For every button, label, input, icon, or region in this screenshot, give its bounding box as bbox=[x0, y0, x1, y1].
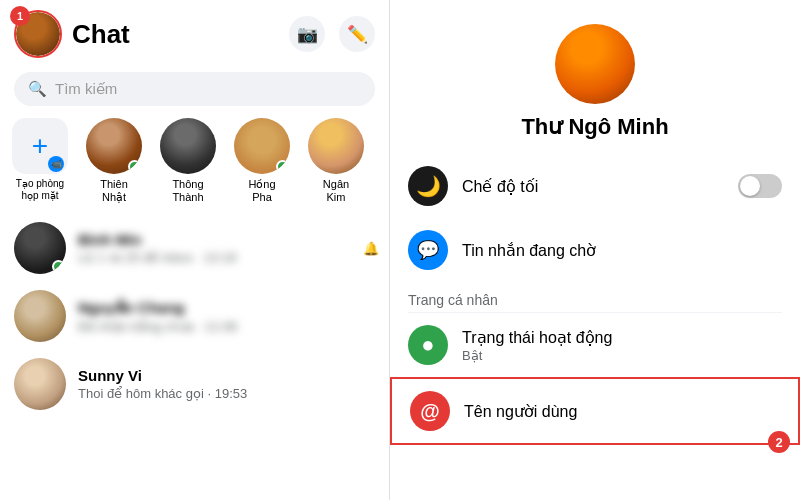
chat-info-3: Sunny Vi Thoi để hôm khác gọi · 19:53 bbox=[78, 367, 375, 401]
chat-list: Bình Min Lả 1 và 25 đề inbox · 13:18 🔔 N… bbox=[0, 214, 389, 500]
stories-row: + 📹 Tạo phònghọp mặt ThiênNhật ThôngThàn… bbox=[0, 114, 389, 214]
search-icon: 🔍 bbox=[28, 80, 47, 98]
story-thien-avatar bbox=[86, 118, 142, 174]
badge-2: 2 bbox=[768, 431, 790, 453]
chat-name-2: Nguyễn Chang bbox=[78, 299, 375, 317]
chat-preview-2: Đã nhận bằng chưa · 11:08 bbox=[78, 319, 375, 334]
chat-name-1: Bình Min bbox=[78, 231, 375, 248]
story-ngan-avatar bbox=[308, 118, 364, 174]
section-profile-label: Trang cá nhân bbox=[390, 282, 800, 312]
camera-button[interactable]: 📷 bbox=[289, 16, 325, 52]
create-avatar: + 📹 bbox=[12, 118, 68, 174]
dark-mode-toggle[interactable] bbox=[738, 174, 782, 198]
profile-name: Thư Ngô Minh bbox=[521, 114, 668, 140]
dark-mode-label: Chế độ tối bbox=[462, 177, 738, 196]
story-thong-avatar bbox=[160, 118, 216, 174]
chat-preview-1: Lả 1 và 25 đề inbox · 13:18 bbox=[78, 250, 375, 265]
pending-label: Tin nhắn đang chờ bbox=[462, 241, 782, 260]
chat-item-1[interactable]: Bình Min Lả 1 và 25 đề inbox · 13:18 🔔 bbox=[0, 214, 389, 282]
menu-dark-mode[interactable]: 🌙 Chế độ tối bbox=[390, 154, 800, 218]
chat-avatar-3 bbox=[14, 358, 66, 410]
chat-info-2: Nguyễn Chang Đã nhận bằng chưa · 11:08 bbox=[78, 299, 375, 334]
search-placeholder: Tìm kiếm bbox=[55, 80, 117, 98]
profile-avatar-img bbox=[555, 24, 635, 104]
chat-item-3[interactable]: Sunny Vi Thoi để hôm khác gọi · 19:53 bbox=[0, 350, 389, 418]
story-thien-name: ThiênNhật bbox=[100, 178, 128, 204]
avatar-badge: 1 bbox=[10, 6, 30, 26]
story-thien[interactable]: ThiênNhật bbox=[84, 118, 144, 204]
menu-pending-text: Tin nhắn đang chờ bbox=[462, 241, 782, 260]
header-actions: 📷 ✏️ bbox=[289, 16, 375, 52]
chat-preview-3: Thoi để hôm khác gọi · 19:53 bbox=[78, 386, 375, 401]
left-panel: 1 Chat 📷 ✏️ 🔍 Tìm kiếm + 📹 Tạo phònghọp … bbox=[0, 0, 390, 500]
story-ngan[interactable]: NgânKim bbox=[306, 118, 366, 204]
menu-status[interactable]: ● Trạng thái hoạt động Bật bbox=[390, 313, 800, 377]
username-label: Tên người dùng bbox=[464, 402, 780, 421]
status-label: Trạng thái hoạt động bbox=[462, 328, 782, 347]
header: 1 Chat 📷 ✏️ bbox=[0, 0, 389, 68]
chat-avatar-2 bbox=[14, 290, 66, 342]
menu-username-text: Tên người dùng bbox=[464, 402, 780, 421]
menu-dark-mode-text: Chế độ tối bbox=[462, 177, 738, 196]
story-thong[interactable]: ThôngThành bbox=[158, 118, 218, 204]
chat-item-2[interactable]: Nguyễn Chang Đã nhận bằng chưa · 11:08 bbox=[0, 282, 389, 350]
page-title: Chat bbox=[72, 19, 289, 50]
username-icon: @ bbox=[410, 391, 450, 431]
menu-list: 🌙 Chế độ tối 💬 Tin nhắn đang chờ Trang c… bbox=[390, 154, 800, 445]
story-hong-name: HồngPha bbox=[248, 178, 275, 204]
edit-button[interactable]: ✏️ bbox=[339, 16, 375, 52]
menu-username[interactable]: @ Tên người dùng 2 bbox=[390, 377, 800, 445]
menu-status-text: Trạng thái hoạt động Bật bbox=[462, 328, 782, 363]
story-hong-avatar bbox=[234, 118, 290, 174]
profile-avatar bbox=[555, 24, 635, 104]
status-icon: ● bbox=[408, 325, 448, 365]
chat-name-3: Sunny Vi bbox=[78, 367, 375, 384]
chat-info-1: Bình Min Lả 1 và 25 đề inbox · 13:18 bbox=[78, 231, 375, 265]
status-sublabel: Bật bbox=[462, 348, 782, 363]
pending-icon: 💬 bbox=[408, 230, 448, 270]
search-bar[interactable]: 🔍 Tìm kiếm bbox=[14, 72, 375, 106]
story-create-label: Tạo phònghọp mặt bbox=[16, 178, 64, 202]
story-create[interactable]: + 📹 Tạo phònghọp mặt bbox=[10, 118, 70, 204]
dark-mode-icon: 🌙 bbox=[408, 166, 448, 206]
mute-icon-1: 🔔 bbox=[363, 241, 379, 256]
toggle-circle bbox=[740, 176, 760, 196]
story-hong[interactable]: HồngPha bbox=[232, 118, 292, 204]
right-panel: Thư Ngô Minh 🌙 Chế độ tối 💬 Tin nhắn đan… bbox=[390, 0, 800, 500]
story-ngan-name: NgânKim bbox=[323, 178, 349, 204]
chat-avatar-1 bbox=[14, 222, 66, 274]
story-thong-name: ThôngThành bbox=[172, 178, 203, 204]
menu-pending[interactable]: 💬 Tin nhắn đang chờ bbox=[390, 218, 800, 282]
